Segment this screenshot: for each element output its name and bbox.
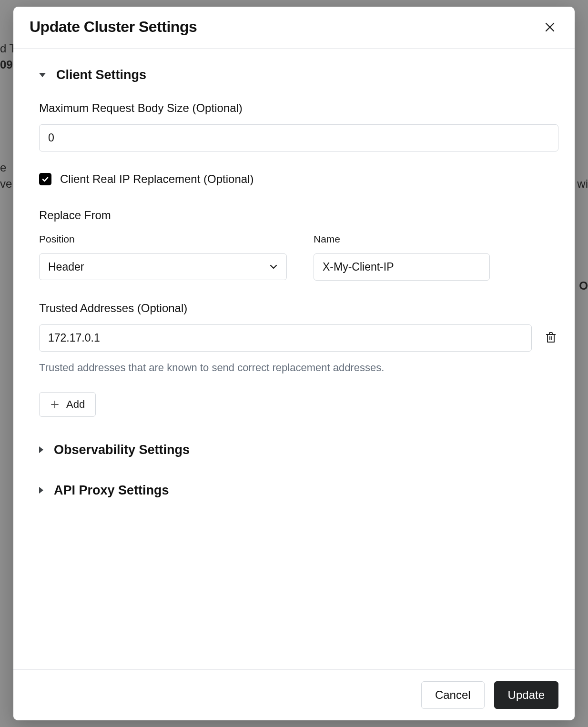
modal-body: Client Settings Maximum Request Body Siz…	[13, 49, 575, 669]
trusted-addresses-help: Trusted addresses that are known to send…	[39, 361, 558, 375]
name-input[interactable]	[314, 253, 490, 281]
position-label: Position	[39, 233, 287, 245]
client-settings-section: Client Settings Maximum Request Body Siz…	[39, 68, 558, 417]
bg-fragment: O	[579, 279, 588, 293]
plus-icon	[50, 400, 60, 409]
bg-fragment: wi	[577, 177, 588, 191]
cancel-button[interactable]: Cancel	[421, 681, 485, 709]
add-trusted-address-button[interactable]: Add	[39, 392, 96, 417]
real-ip-checkbox[interactable]	[39, 173, 51, 185]
real-ip-checkbox-row: Client Real IP Replacement (Optional)	[39, 172, 558, 186]
position-select[interactable]: Header	[39, 253, 287, 280]
client-settings-title: Client Settings	[56, 68, 146, 82]
add-button-label: Add	[66, 398, 85, 411]
delete-trusted-address-button[interactable]	[543, 329, 558, 347]
trusted-addresses-label: Trusted Addresses (Optional)	[39, 302, 558, 315]
max-body-size-field: Maximum Request Body Size (Optional)	[39, 101, 558, 151]
name-label: Name	[314, 233, 490, 245]
caret-right-icon	[39, 446, 43, 453]
bg-fragment: 09	[0, 58, 13, 71]
modal-header: Update Cluster Settings	[13, 7, 575, 49]
max-body-size-input[interactable]	[39, 124, 558, 151]
replace-from-heading: Replace From	[39, 209, 558, 222]
api-proxy-toggle[interactable]: API Proxy Settings	[39, 483, 558, 498]
real-ip-label: Client Real IP Replacement (Optional)	[60, 172, 253, 186]
checkmark-icon	[41, 175, 49, 183]
observability-section: Observability Settings	[39, 443, 558, 457]
trusted-address-row	[39, 324, 558, 352]
client-settings-toggle[interactable]: Client Settings	[39, 68, 558, 82]
caret-down-icon	[39, 73, 46, 77]
trusted-addresses-field: Trusted Addresses (Optional) Trusted add…	[39, 302, 558, 417]
modal-title: Update Cluster Settings	[30, 18, 197, 36]
update-cluster-settings-modal: Update Cluster Settings Client Settings …	[13, 7, 575, 720]
observability-title: Observability Settings	[54, 443, 190, 457]
api-proxy-section: API Proxy Settings	[39, 483, 558, 498]
replace-from-row: Position Header Name	[39, 233, 558, 281]
api-proxy-title: API Proxy Settings	[54, 483, 169, 498]
modal-footer: Cancel Update	[13, 669, 575, 720]
update-button[interactable]: Update	[494, 681, 558, 709]
bg-fragment: ve	[0, 177, 12, 191]
caret-right-icon	[39, 487, 43, 494]
trusted-address-input[interactable]	[39, 324, 532, 352]
svg-rect-2	[547, 334, 554, 342]
observability-toggle[interactable]: Observability Settings	[39, 443, 558, 457]
trash-icon	[545, 331, 557, 343]
max-body-size-label: Maximum Request Body Size (Optional)	[39, 101, 558, 115]
close-icon	[544, 21, 556, 33]
close-button[interactable]	[541, 19, 558, 36]
bg-fragment: e	[0, 161, 6, 174]
